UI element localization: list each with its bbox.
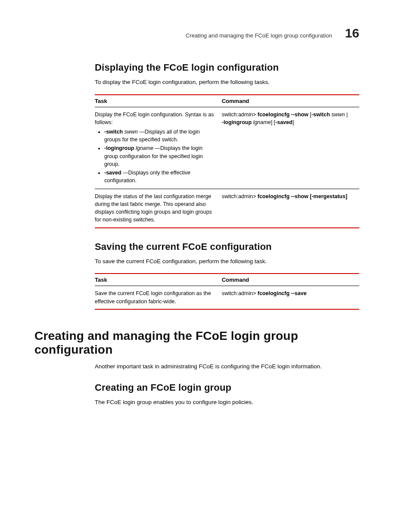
intro-creating-managing: Another important task in administrating… bbox=[95, 363, 359, 371]
heading-displaying: Displaying the FCoE login configuration bbox=[95, 62, 359, 73]
intro-saving: To save the current FCoE configuration, … bbox=[95, 258, 359, 266]
table-displaying: Task Command Display the FCoE login conf… bbox=[95, 94, 359, 228]
running-header: Creating and managing the FCoE login gro… bbox=[34, 26, 359, 40]
cmd-prefix: switch:admin> bbox=[222, 112, 258, 118]
chapter-number: 16 bbox=[345, 26, 359, 40]
heading-saving: Saving the current FCoE configuration bbox=[95, 241, 359, 252]
col-header-task: Task bbox=[95, 95, 222, 107]
cmd-token: fcoelogincfg --show bbox=[258, 112, 308, 118]
section-displaying-fcoe-login: Displaying the FCoE login configuration … bbox=[95, 62, 359, 228]
cmd-prefix: switch:admin> bbox=[222, 193, 258, 199]
cmd-token: fcoelogincfg --show [-mergestatus] bbox=[258, 193, 347, 199]
cmd-token: -logingroup bbox=[222, 119, 252, 125]
list-item: -saved —Displays only the effective conf… bbox=[104, 169, 218, 184]
command-cell: switch:admin> fcoelogincfg --show [-swit… bbox=[222, 107, 359, 189]
opt-name: -logingroup bbox=[104, 145, 134, 151]
table-row: Display the FCoE login configuration. Sy… bbox=[95, 107, 359, 189]
option-list: -switch swwn —Displays all of the login … bbox=[95, 128, 218, 184]
intro-displaying: To display the FCoE login configuration,… bbox=[95, 78, 359, 87]
opt-arg: lgname bbox=[136, 145, 153, 151]
table-row: Display the status of the last configura… bbox=[95, 189, 359, 228]
list-item: -switch swwn —Displays all of the login … bbox=[104, 128, 218, 143]
cmd-text: [ bbox=[308, 112, 311, 118]
table-row: Save the current FCoE login configuratio… bbox=[95, 286, 359, 309]
cmd-text: ] [ bbox=[271, 119, 275, 125]
task-cell: Display the status of the last configura… bbox=[95, 189, 222, 228]
cmd-prefix: switch:admin> bbox=[222, 290, 258, 296]
cmd-arg: swwn bbox=[330, 112, 345, 118]
heading-creating-login-group: Creating an FCoE login group bbox=[95, 382, 359, 393]
command-cell: switch:admin> fcoelogincfg --save bbox=[222, 286, 359, 309]
section-saving-fcoe: Saving the current FCoE configuration To… bbox=[95, 241, 359, 310]
task-cell: Save the current FCoE login configuratio… bbox=[95, 286, 222, 309]
col-header-command: Command bbox=[222, 274, 359, 286]
cmd-text: | bbox=[345, 112, 348, 118]
opt-name: -switch bbox=[104, 129, 123, 135]
cmd-token: fcoelogincfg --save bbox=[258, 290, 307, 296]
running-title: Creating and managing the FCoE login gro… bbox=[186, 32, 332, 39]
section-creating-managing: Another important task in administrating… bbox=[95, 363, 359, 407]
col-header-task: Task bbox=[95, 274, 222, 286]
command-cell: switch:admin> fcoelogincfg --show [-merg… bbox=[222, 189, 359, 228]
table-saving: Task Command Save the current FCoE login… bbox=[95, 273, 359, 309]
list-item: -logingroup lgname —Displays the login g… bbox=[104, 144, 218, 168]
col-header-command: Command bbox=[222, 95, 359, 107]
cmd-token: -switch bbox=[311, 112, 330, 118]
task-lead: Display the FCoE login configuration. Sy… bbox=[95, 112, 214, 125]
cmd-arg: lgname bbox=[252, 119, 271, 125]
intro-creating-login-group: The FCoE login group enables you to conf… bbox=[95, 398, 359, 407]
cmd-token: -saved bbox=[275, 119, 293, 125]
opt-name: -saved bbox=[104, 170, 121, 176]
heading-creating-managing: Creating and managing the FCoE login gro… bbox=[34, 329, 359, 357]
cmd-text: ] bbox=[293, 119, 294, 125]
task-cell: Display the FCoE login configuration. Sy… bbox=[95, 107, 222, 189]
opt-arg: swwn bbox=[125, 129, 138, 135]
page: Creating and managing the FCoE login gro… bbox=[0, 0, 411, 406]
